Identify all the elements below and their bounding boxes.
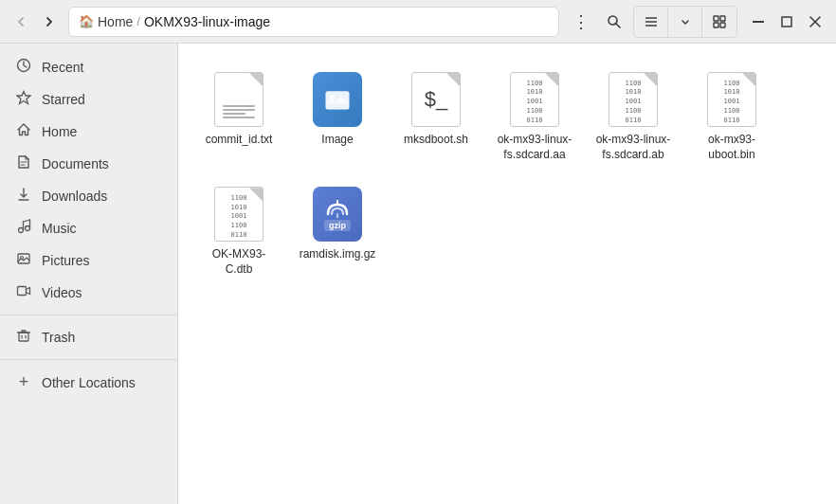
file-name: mksdboot.sh — [404, 133, 468, 148]
sidebar-item-videos[interactable]: Videos — [0, 277, 177, 309]
file-icon-binary-uboot: 11001010100111000110 — [704, 72, 759, 127]
toolbar-right: ⋮ — [565, 6, 828, 38]
recent-icon — [15, 58, 32, 77]
breadcrumb-home[interactable]: Home — [98, 14, 133, 29]
minimize-button[interactable] — [745, 9, 772, 35]
file-icon-binary-dtb: 11001010100111000110 — [211, 187, 266, 242]
sidebar-other-locations-label: Other Locations — [42, 375, 136, 390]
pictures-icon — [15, 251, 32, 270]
svg-line-22 — [24, 220, 30, 222]
more-options-button[interactable]: ⋮ — [565, 7, 595, 37]
svg-rect-26 — [19, 333, 28, 341]
close-button[interactable] — [802, 9, 828, 35]
file-item-ok-mx93-uboot[interactable]: 11001010100111000110 ok-mx93-uboot.bin — [686, 63, 777, 170]
window-controls — [745, 9, 828, 35]
forward-button[interactable] — [36, 9, 63, 35]
breadcrumb-current: OKMX93-linux-image — [144, 14, 270, 29]
sidebar-item-recent[interactable]: Recent — [0, 51, 177, 83]
file-icon-binary-ab: 11001010100111000110 — [606, 72, 661, 127]
file-name: commit_id.txt — [206, 133, 273, 148]
sidebar-trash-label: Trash — [42, 330, 75, 345]
starred-icon — [15, 90, 32, 109]
file-item-ok-mx93-dtb[interactable]: 11001010100111000110 OK-MX93-C.dtb — [193, 177, 284, 284]
view-chevron-button[interactable] — [668, 7, 702, 37]
sidebar-recent-label: Recent — [42, 60, 83, 75]
svg-rect-5 — [714, 16, 718, 21]
maximize-button[interactable] — [773, 9, 800, 35]
svg-rect-25 — [18, 287, 27, 296]
sidebar-item-starred[interactable]: Starred — [0, 83, 177, 116]
svg-marker-14 — [17, 92, 30, 104]
file-icon-image-app — [310, 72, 365, 127]
svg-rect-8 — [720, 23, 725, 27]
file-name: ok-mx93-linux-fs.sdcard.ab — [593, 133, 673, 162]
sidebar-divider — [0, 315, 177, 315]
svg-rect-7 — [714, 23, 718, 27]
file-icon-binary-aa: 11001010100111000110 — [507, 72, 562, 127]
svg-line-1 — [616, 24, 620, 27]
sidebar-home-label: Home — [42, 124, 77, 139]
sidebar-item-home[interactable]: Home — [0, 116, 177, 148]
file-item-mksdboot-sh[interactable]: $_ mksdboot.sh — [391, 63, 482, 170]
main-content: Recent Starred Home — [0, 44, 836, 504]
file-item-ok-mx93-aa[interactable]: 11001010100111000110 ok-mx93-linux-fs.sd… — [489, 63, 580, 170]
sidebar: Recent Starred Home — [0, 44, 178, 504]
sidebar-documents-label: Documents — [42, 156, 109, 171]
downloads-icon — [15, 187, 32, 206]
sidebar-videos-label: Videos — [42, 285, 82, 300]
file-name: ok-mx93-linux-fs.sdcard.aa — [495, 133, 574, 162]
videos-icon — [15, 283, 32, 302]
svg-rect-10 — [782, 17, 791, 27]
view-toggle-group — [633, 6, 737, 38]
sidebar-music-label: Music — [42, 221, 77, 236]
file-item-commit-id-txt[interactable]: commit_id.txt — [193, 63, 284, 170]
file-name: OK-MX93-C.dtb — [199, 247, 279, 277]
home-nav-icon — [15, 122, 32, 141]
sidebar-item-trash[interactable]: Trash — [0, 321, 177, 353]
svg-point-19 — [26, 226, 30, 231]
sidebar-pictures-label: Pictures — [42, 253, 90, 268]
documents-icon — [15, 154, 32, 173]
titlebar: 🏠 Home / OKMX93-linux-image ⋮ — [0, 0, 836, 44]
file-area: commit_id.txt Image — [178, 44, 836, 504]
file-name: ramdisk.img.gz — [300, 247, 376, 262]
sidebar-item-documents[interactable]: Documents — [0, 148, 177, 180]
file-item-ok-mx93-ab[interactable]: 11001010100111000110 ok-mx93-linux-fs.sd… — [588, 63, 679, 170]
file-icon-script: $_ — [409, 72, 463, 127]
trash-icon — [15, 328, 32, 347]
search-button[interactable] — [599, 7, 629, 37]
list-view-button[interactable] — [634, 7, 668, 37]
grid-view-button[interactable] — [702, 7, 736, 37]
sidebar-item-downloads[interactable]: Downloads — [0, 180, 177, 212]
file-item-ramdisk-gz[interactable]: gzip ramdisk.img.gz — [292, 177, 383, 284]
svg-point-31 — [330, 95, 336, 100]
file-grid: commit_id.txt Image — [193, 63, 821, 284]
sidebar-item-other-locations[interactable]: + Other Locations — [0, 366, 177, 399]
sidebar-starred-label: Starred — [42, 92, 85, 107]
file-name: Image — [321, 133, 353, 148]
svg-rect-6 — [720, 16, 725, 21]
file-icon-gzip: gzip — [310, 187, 365, 242]
music-icon — [15, 219, 32, 238]
file-icon-text — [211, 72, 266, 127]
file-item-image-app[interactable]: Image — [292, 63, 383, 170]
sidebar-divider-2 — [0, 359, 177, 360]
breadcrumb[interactable]: 🏠 Home / OKMX93-linux-image — [68, 7, 559, 37]
sidebar-item-music[interactable]: Music — [0, 212, 177, 244]
svg-point-18 — [19, 228, 24, 233]
home-icon: 🏠 — [79, 14, 94, 28]
nav-buttons — [8, 9, 63, 35]
sidebar-item-pictures[interactable]: Pictures — [0, 244, 177, 277]
svg-rect-9 — [753, 21, 764, 23]
other-locations-icon: + — [15, 372, 32, 392]
file-name: ok-mx93-uboot.bin — [692, 133, 772, 162]
breadcrumb-separator: / — [136, 14, 140, 28]
sidebar-downloads-label: Downloads — [42, 189, 107, 204]
back-button[interactable] — [8, 9, 34, 35]
